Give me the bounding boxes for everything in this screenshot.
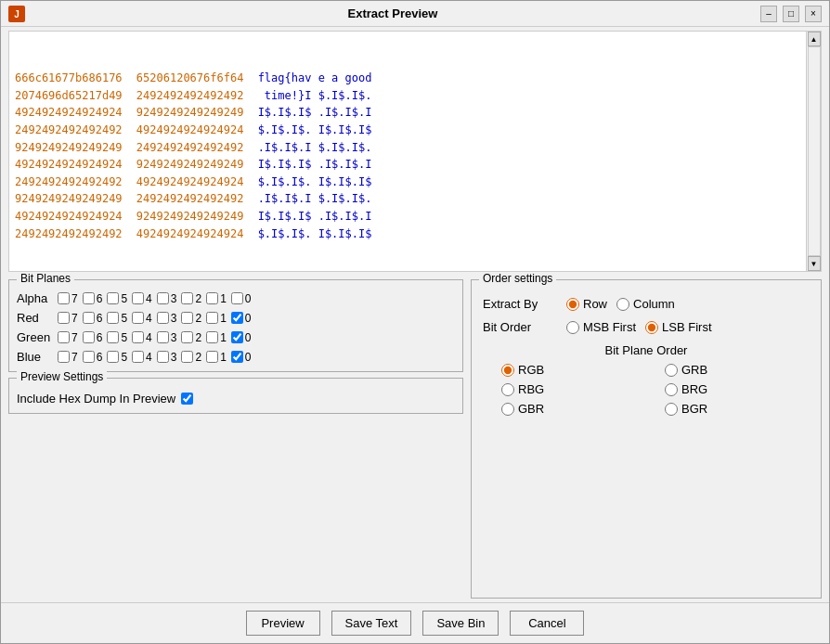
- bpo-label-rbg: RBG: [518, 382, 544, 396]
- bit-checkbox-red-3[interactable]: [157, 312, 169, 324]
- bit-item-alpha-7: 7: [58, 292, 78, 305]
- bit-item-alpha-6: 6: [83, 292, 103, 305]
- maximize-button[interactable]: □: [783, 6, 799, 22]
- bit-checkbox-green-5[interactable]: [107, 331, 119, 343]
- scrollbar-down[interactable]: ▼: [808, 256, 821, 271]
- bit-item-alpha-1: 1: [206, 292, 227, 305]
- preview-col3: $.I$.I$. I$.I$.I$: [251, 225, 371, 243]
- save-bin-button[interactable]: Save Bin: [422, 611, 499, 636]
- bit-item-blue-3: 3: [157, 351, 177, 364]
- bit-checkbox-green-2[interactable]: [181, 331, 193, 343]
- bit-checkbox-blue-6[interactable]: [83, 351, 95, 363]
- bit-num-label: 1: [220, 312, 227, 325]
- bit-num-label: 1: [220, 331, 227, 344]
- bit-checkbox-red-2[interactable]: [181, 312, 193, 324]
- cancel-button[interactable]: Cancel: [510, 611, 584, 636]
- bit-checkbox-blue-5[interactable]: [107, 351, 119, 363]
- bit-checkbox-alpha-7[interactable]: [58, 292, 70, 304]
- preview-col1: 9249249249249249: [15, 190, 123, 208]
- bit-checkbox-red-7[interactable]: [58, 312, 70, 324]
- preview-col1: 2074696d65217d49: [15, 87, 123, 105]
- bit-checkbox-alpha-0[interactable]: [231, 292, 243, 304]
- bit-item-green-5: 5: [107, 331, 127, 344]
- bit-num-label: 2: [195, 331, 201, 344]
- msb-label: MSB First: [583, 320, 636, 334]
- bit-plane-grid: RGBGRBRBGBRGGBRBGR: [483, 363, 810, 416]
- bit-checkbox-alpha-5[interactable]: [107, 292, 119, 304]
- order-settings-group: Order settings Extract By Row Column Bit…: [471, 279, 822, 599]
- save-text-button[interactable]: Save Text: [331, 611, 412, 636]
- bpo-radio-rgb[interactable]: [501, 364, 514, 377]
- bit-checkbox-green-0[interactable]: [231, 331, 243, 343]
- preview-col1: 2492492492492492: [15, 225, 123, 243]
- preview-settings-content: Include Hex Dump In Preview: [17, 392, 455, 406]
- bpo-radio-gbr[interactable]: [501, 403, 514, 416]
- bit-checkbox-red-0[interactable]: [231, 312, 243, 324]
- bit-checkbox-green-4[interactable]: [132, 331, 144, 343]
- bit-checkbox-red-4[interactable]: [132, 312, 144, 324]
- bit-order-row: Bit Order MSB First LSB First: [483, 320, 810, 334]
- left-panel: Bit Planes Alpha76543210Red76543210Green…: [8, 279, 463, 599]
- bit-num-label: 5: [121, 292, 127, 305]
- bit-num-label: 5: [121, 351, 127, 364]
- bit-checkbox-blue-2[interactable]: [181, 351, 193, 363]
- bit-num-label: 0: [245, 331, 252, 344]
- close-button[interactable]: ×: [805, 6, 822, 22]
- lsb-radio[interactable]: [645, 321, 658, 334]
- bpo-radio-bgr[interactable]: [665, 403, 678, 416]
- svg-text:J: J: [14, 9, 19, 19]
- bit-checkbox-blue-0[interactable]: [231, 351, 243, 363]
- bit-checkbox-green-3[interactable]: [157, 331, 169, 343]
- minimize-button[interactable]: –: [760, 6, 777, 22]
- bit-checkbox-blue-4[interactable]: [132, 351, 144, 363]
- column-radio[interactable]: [616, 298, 629, 311]
- bit-checkbox-red-1[interactable]: [206, 312, 218, 324]
- app-icon: J: [8, 6, 25, 22]
- bpo-label-brg: BRG: [681, 382, 707, 396]
- bit-num-label: 3: [171, 351, 177, 364]
- scrollbar-track[interactable]: [808, 46, 821, 256]
- bit-checkbox-alpha-3[interactable]: [157, 292, 169, 304]
- bit-checkbox-alpha-2[interactable]: [181, 292, 193, 304]
- preview-col2: 9249249249249249: [130, 156, 244, 174]
- bit-checkbox-green-6[interactable]: [83, 331, 95, 343]
- bit-checkbox-blue-7[interactable]: [58, 351, 70, 363]
- bit-checkbox-blue-3[interactable]: [157, 351, 169, 363]
- preview-col2: 4924924924924924: [130, 122, 244, 139]
- preview-col3: $.I$.I$. I$.I$.I$: [251, 174, 371, 191]
- preview-area: 666c61677b686176 65206120676f6f64 flag{h…: [8, 31, 822, 272]
- bit-checkbox-alpha-6[interactable]: [83, 292, 95, 304]
- preview-line: 4924924924924924 9249249249249249 I$.I$.…: [15, 104, 800, 122]
- row-radio[interactable]: [566, 298, 579, 311]
- preview-button[interactable]: Preview: [246, 611, 320, 636]
- preview-col1: 2492492492492492: [15, 174, 123, 191]
- bpo-radio-rbg[interactable]: [501, 383, 514, 396]
- bit-checkbox-blue-1[interactable]: [206, 351, 218, 363]
- bit-num-label: 5: [121, 331, 127, 344]
- bit-checkbox-green-7[interactable]: [58, 331, 70, 343]
- preview-col1: 4924924924924924: [15, 156, 123, 174]
- bit-checkbox-red-6[interactable]: [83, 312, 95, 324]
- bit-checkbox-alpha-1[interactable]: [206, 292, 218, 304]
- msb-radio[interactable]: [566, 321, 579, 334]
- scrollbar-up[interactable]: ▲: [808, 32, 821, 46]
- bit-num-label: 4: [146, 292, 152, 305]
- bpo-radio-brg[interactable]: [665, 383, 678, 396]
- bit-checkbox-alpha-4[interactable]: [132, 292, 144, 304]
- include-hex-checkbox[interactable]: [181, 393, 193, 405]
- preview-col1: 4924924924924924: [15, 208, 123, 225]
- bit-item-blue-5: 5: [107, 351, 127, 364]
- bit-num-label: 2: [195, 292, 201, 305]
- bottom-section: Bit Planes Alpha76543210Red76543210Green…: [1, 276, 829, 602]
- bit-item-green-0: 0: [231, 331, 252, 344]
- bit-num-label: 7: [71, 331, 78, 344]
- bit-num-label: 0: [245, 351, 252, 364]
- bit-num-label: 3: [171, 312, 177, 325]
- bit-num-label: 7: [71, 292, 78, 305]
- bpo-radio-grb[interactable]: [665, 364, 678, 377]
- bit-checkbox-red-5[interactable]: [107, 312, 119, 324]
- bit-planes-title: Bit Planes: [17, 272, 74, 285]
- bit-item-alpha-5: 5: [107, 292, 127, 305]
- bit-planes-group: Bit Planes Alpha76543210Red76543210Green…: [8, 279, 463, 372]
- bit-checkbox-green-1[interactable]: [206, 331, 218, 343]
